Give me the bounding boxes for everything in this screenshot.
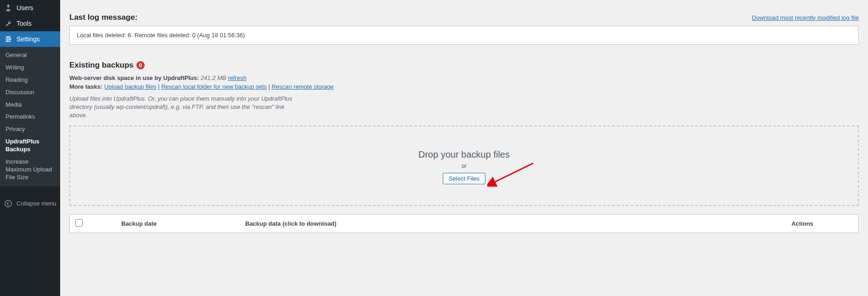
sidebar-item-label: Tools	[17, 20, 32, 27]
main-content: Last log message: Download most recently…	[60, 0, 868, 296]
log-title: Last log message:	[69, 13, 137, 22]
sidebar-item-users[interactable]: Users	[0, 0, 60, 16]
collapse-icon	[4, 199, 13, 208]
subitem-privacy[interactable]: Privacy	[0, 123, 60, 136]
subitem-increase-upload[interactable]: Increase Maximum Upload File Size	[0, 156, 60, 184]
wrench-icon	[4, 19, 13, 28]
sliders-icon	[4, 34, 13, 44]
svg-point-3	[5, 200, 11, 206]
refresh-link[interactable]: refresh	[228, 74, 246, 81]
svg-point-0	[7, 36, 9, 38]
collapse-menu-label: Collapse menu	[17, 200, 56, 207]
disk-space-line: Web-server disk space in use by UpdraftP…	[69, 74, 859, 81]
subitem-reading[interactable]: Reading	[0, 74, 60, 86]
subitem-updraftplus[interactable]: UpdraftPlus Backups	[0, 136, 60, 156]
sidebar-item-label: Users	[17, 4, 34, 11]
download-log-link[interactable]: Download most recently modified log file	[752, 14, 859, 21]
select-all-cell	[75, 219, 94, 228]
more-tasks-line: More tasks: Upload backup files | Rescan…	[69, 83, 859, 90]
admin-sidebar: Users Tools Settings General Writing Rea…	[0, 0, 60, 296]
subitem-general[interactable]: General	[0, 49, 60, 62]
subitem-permalinks[interactable]: Permalinks	[0, 111, 60, 123]
backup-count-badge: 0	[136, 61, 145, 69]
existing-backups-header: Existing backups 0	[69, 61, 859, 70]
log-message-text: Local files deleted: 6. Remote files del…	[77, 32, 245, 39]
col-backup-date: Backup date	[94, 220, 245, 227]
svg-point-1	[10, 38, 11, 40]
sidebar-submenu: General Writing Reading Discussion Media…	[0, 47, 60, 186]
sidebar-item-tools[interactable]: Tools	[0, 16, 60, 31]
log-section-header: Last log message: Download most recently…	[69, 13, 859, 22]
subitem-writing[interactable]: Writing	[0, 62, 60, 74]
sidebar-item-settings[interactable]: Settings	[0, 31, 60, 47]
select-files-button[interactable]: Select Files	[443, 173, 485, 184]
existing-backups-title: Existing backups	[69, 61, 134, 70]
col-backup-data: Backup data (click to download)	[245, 220, 752, 227]
annotation-arrow-icon	[487, 161, 538, 188]
file-dropzone[interactable]: Drop your backup files or Select Files	[69, 125, 859, 206]
dropzone-title: Drop your backup files	[418, 149, 510, 160]
user-icon	[4, 3, 13, 12]
log-message-box: Local files deleted: 6. Remote files del…	[69, 26, 859, 45]
rescan-remote-link[interactable]: Rescan remote storage	[271, 83, 333, 90]
svg-line-5	[493, 163, 533, 183]
dropzone-or-text: or	[462, 163, 467, 169]
svg-point-2	[6, 40, 8, 42]
disk-space-value: 241.2 MB	[201, 74, 226, 81]
backup-table-header: Backup date Backup data (click to downlo…	[69, 214, 859, 233]
rescan-local-link[interactable]: Rescan local folder for new backup sets	[161, 83, 267, 90]
disk-space-label: Web-server disk space in use by UpdraftP…	[69, 74, 199, 81]
upload-hint-text: Upload files into UpdraftPlus. Or, you c…	[69, 95, 299, 120]
subitem-discussion[interactable]: Discussion	[0, 86, 60, 99]
select-all-checkbox[interactable]	[75, 219, 83, 227]
subitem-media[interactable]: Media	[0, 99, 60, 111]
col-actions: Actions	[752, 220, 853, 227]
sidebar-item-label: Settings	[17, 35, 40, 43]
collapse-menu-button[interactable]: Collapse menu	[0, 195, 60, 212]
upload-backup-link[interactable]: Upload backup files	[104, 83, 156, 90]
more-tasks-label: More tasks:	[69, 83, 102, 90]
